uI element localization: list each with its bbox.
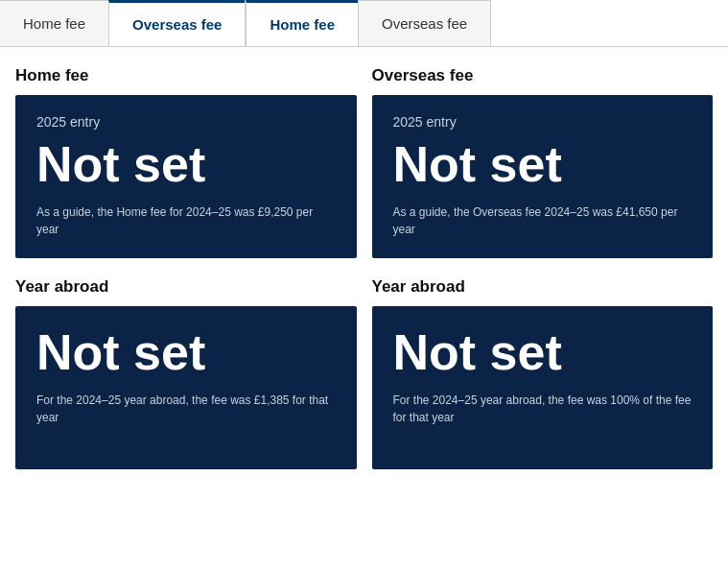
overseas-fee-card: 2025 entry Not set As a guide, the Overs… [372,95,714,258]
tab-group-right: Home fee Overseas fee [246,0,491,46]
tab-bar: Home fee Overseas fee Home fee Overseas … [0,0,728,47]
home-fee-card: 2025 entry Not set As a guide, the Home … [15,95,357,258]
home-fee-label: Home fee [15,66,357,85]
left-column: Home fee 2025 entry Not set As a guide, … [15,66,357,489]
overseas-fee-section: Overseas fee 2025 entry Not set As a gui… [372,66,714,258]
year-abroad-overseas-not-set: Not set [393,325,693,380]
year-abroad-home-card: Not set For the 2024–25 year abroad, the… [15,306,357,469]
overseas-fee-entry-year: 2025 entry [393,114,693,130]
home-fee-not-set: Not set [36,137,336,192]
year-abroad-home-not-set: Not set [36,325,336,380]
tab-overseas-fee-right[interactable]: Overseas fee [358,0,490,46]
overseas-fee-label: Overseas fee [372,66,714,85]
overseas-fee-guide-text: As a guide, the Overseas fee 2024–25 was… [393,203,693,238]
year-abroad-overseas-guide-text: For the 2024–25 year abroad, the fee was… [393,392,693,426]
sections-row: Home fee 2025 entry Not set As a guide, … [15,66,713,489]
home-fee-entry-year: 2025 entry [36,114,336,130]
tab-home-fee-left[interactable]: Home fee [0,0,108,46]
tab-overseas-fee-left[interactable]: Overseas fee [108,0,245,46]
year-abroad-home-guide-text: For the 2024–25 year abroad, the fee was… [36,392,336,426]
home-fee-section: Home fee 2025 entry Not set As a guide, … [15,66,357,258]
main-content: Home fee 2025 entry Not set As a guide, … [0,47,728,508]
overseas-fee-not-set: Not set [393,137,693,192]
right-column: Overseas fee 2025 entry Not set As a gui… [372,66,714,489]
year-abroad-overseas-card: Not set For the 2024–25 year abroad, the… [372,306,714,469]
tab-home-fee-right[interactable]: Home fee [246,0,358,46]
home-fee-guide-text: As a guide, the Home fee for 2024–25 was… [36,203,336,238]
year-abroad-home-section: Year abroad Not set For the 2024–25 year… [15,277,357,469]
year-abroad-overseas-section: Year abroad Not set For the 2024–25 year… [372,277,714,469]
year-abroad-home-label: Year abroad [15,277,357,297]
year-abroad-overseas-label: Year abroad [372,277,714,297]
tab-group-left: Home fee Overseas fee [0,0,246,46]
